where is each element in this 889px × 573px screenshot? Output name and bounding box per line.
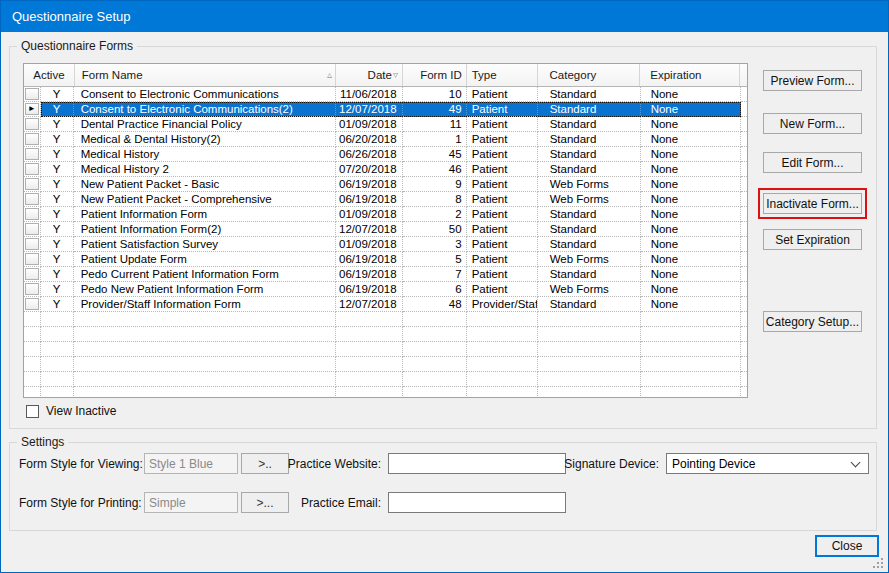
column-header-date[interactable]: Date ▿ — [336, 64, 403, 86]
cell-name: New Patient Packet - Basic — [74, 177, 336, 192]
row-selector[interactable] — [24, 132, 41, 147]
table-row[interactable]: YNew Patient Packet - Comprehensive06/19… — [24, 192, 747, 207]
row-cells: YNew Patient Packet - Comprehensive06/19… — [41, 192, 741, 207]
table-row[interactable]: YPedo Current Patient Information Form06… — [24, 267, 747, 282]
column-header-expiration[interactable]: Expiration — [640, 64, 740, 86]
empty-cell-category — [538, 342, 641, 357]
edit-form-button[interactable]: Edit Form... — [763, 152, 862, 173]
column-header-category[interactable]: Category — [538, 64, 641, 86]
row-selector[interactable] — [24, 87, 41, 102]
cell-active: Y — [41, 222, 74, 237]
row-filler — [741, 267, 747, 282]
cell-active: Y — [41, 282, 74, 297]
empty-cell-date — [336, 312, 403, 327]
inactivate-form-button[interactable]: Inactivate Form... — [763, 193, 862, 214]
row-selector[interactable] — [24, 162, 41, 177]
row-selector-box — [25, 178, 39, 190]
empty-cell-exp — [641, 387, 741, 398]
row-selector[interactable] — [24, 147, 41, 162]
table-row[interactable]: YPatient Information Form(2)12/07/201850… — [24, 222, 747, 237]
row-filler — [741, 342, 747, 357]
cell-exp: None — [641, 87, 741, 102]
questionnaire-setup-dialog: Questionnaire Setup Questionnaire Forms … — [0, 0, 889, 573]
row-filler — [741, 117, 747, 132]
row-selector[interactable] — [24, 117, 41, 132]
row-cells: YPatient Satisfaction Survey01/09/20183P… — [41, 237, 741, 252]
cell-exp: None — [641, 267, 741, 282]
cell-category: Standard — [538, 237, 641, 252]
column-header-form-id[interactable]: Form ID — [403, 64, 467, 86]
column-header-active[interactable]: Active — [24, 64, 75, 86]
form-style-viewing-label: Form Style for Viewing: — [19, 457, 141, 471]
close-button[interactable]: Close — [815, 535, 879, 557]
table-row[interactable]: YProvider/Staff Information Form12/07/20… — [24, 297, 747, 312]
row-selector[interactable] — [24, 207, 41, 222]
row-selector[interactable] — [24, 237, 41, 252]
table-row[interactable]: YMedical & Dental History(2)06/20/20181P… — [24, 132, 747, 147]
row-selector[interactable] — [24, 297, 41, 312]
empty-cell-date — [336, 387, 403, 398]
row-selector[interactable] — [24, 222, 41, 237]
column-header-active-label: Active — [33, 69, 64, 81]
table-row[interactable]: YPedo New Patient Information Form06/19/… — [24, 282, 747, 297]
cell-active: Y — [41, 147, 74, 162]
empty-cell-category — [538, 372, 641, 387]
category-setup-button[interactable]: Category Setup... — [763, 311, 862, 332]
preview-form-button[interactable]: Preview Form... — [763, 70, 862, 91]
row-cells: YConsent to Electronic Communications(2)… — [41, 102, 741, 117]
set-expiration-button[interactable]: Set Expiration — [763, 229, 862, 250]
title-bar[interactable]: Questionnaire Setup — [1, 1, 888, 32]
table-row[interactable]: YPatient Satisfaction Survey01/09/20183P… — [24, 237, 747, 252]
row-filler — [741, 252, 747, 267]
cell-exp: None — [641, 192, 741, 207]
new-form-button[interactable]: New Form... — [763, 113, 862, 134]
table-row[interactable]: YNew Patient Packet - Basic06/19/20189Pa… — [24, 177, 747, 192]
table-row[interactable]: YMedical History 207/20/201846PatientSta… — [24, 162, 747, 177]
cell-active: Y — [41, 192, 74, 207]
row-selector-box — [25, 208, 39, 220]
row-cells: YMedical History06/26/201845PatientStand… — [41, 147, 741, 162]
empty-cell-category — [538, 327, 641, 342]
empty-row-cells — [41, 312, 741, 327]
row-filler — [741, 282, 747, 297]
resize-grip[interactable] — [873, 558, 885, 570]
signature-device-select[interactable]: Pointing Device — [666, 453, 869, 474]
settings-group-label: Settings — [17, 435, 68, 449]
row-selector-box — [25, 268, 39, 280]
row-selector[interactable] — [24, 177, 41, 192]
practice-website-input[interactable] — [388, 453, 566, 474]
practice-email-input[interactable] — [388, 492, 566, 513]
cell-category: Standard — [538, 267, 641, 282]
row-filler — [741, 357, 747, 372]
view-inactive-checkbox[interactable] — [26, 405, 39, 418]
empty-cell-active — [41, 342, 74, 357]
column-header-expiration-label: Expiration — [650, 69, 701, 81]
cell-date: 06/19/2018 — [336, 267, 403, 282]
cell-type: Patient — [467, 177, 538, 192]
table-row[interactable]: YPatient Information Form01/09/20182Pati… — [24, 207, 747, 222]
row-selector[interactable] — [24, 252, 41, 267]
cell-id: 46 — [403, 162, 467, 177]
cell-active: Y — [41, 162, 74, 177]
column-header-type[interactable]: Type — [467, 64, 538, 86]
row-selector[interactable] — [24, 192, 41, 207]
row-selector[interactable]: ► — [24, 102, 41, 117]
table-row[interactable]: ►YConsent to Electronic Communications(2… — [24, 102, 747, 117]
table-row[interactable]: YMedical History06/26/201845PatientStand… — [24, 147, 747, 162]
row-selector[interactable] — [24, 267, 41, 282]
table-row[interactable]: YDental Practice Financial Policy01/09/2… — [24, 117, 747, 132]
cell-category: Standard — [538, 297, 641, 312]
empty-row-cells — [41, 342, 741, 357]
cell-type: Patient — [467, 252, 538, 267]
cell-date: 06/19/2018 — [336, 282, 403, 297]
empty-row-selector — [24, 312, 41, 327]
row-filler — [741, 312, 747, 327]
cell-name: Consent to Electronic Communications(2) — [74, 102, 336, 117]
row-cells: YMedical History 207/20/201846PatientSta… — [41, 162, 741, 177]
table-row[interactable]: YPatient Update Form06/19/20185PatientWe… — [24, 252, 747, 267]
empty-row-selector — [24, 387, 41, 398]
table-row[interactable]: YConsent to Electronic Communications11/… — [24, 87, 747, 102]
column-header-type-label: Type — [472, 69, 497, 81]
row-selector[interactable] — [24, 282, 41, 297]
column-header-form-name[interactable]: Form Name ▵ — [75, 64, 336, 86]
